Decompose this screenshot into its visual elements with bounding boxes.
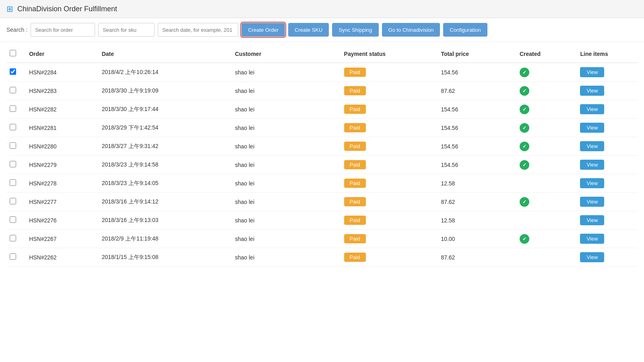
table-row: HSN#22832018/3/30 上午9:19:09shao leiPaid8… (6, 82, 638, 100)
row-checkbox[interactable] (10, 253, 16, 260)
total-price: 154.56 (438, 156, 516, 174)
order-number: HSN#2279 (26, 156, 99, 174)
created-status (516, 211, 577, 230)
created-status (516, 248, 577, 267)
line-items-cell: View (577, 174, 638, 193)
col-header-payment: Payment status (341, 45, 438, 63)
orders-table: Order Date Customer Payment status Total… (6, 45, 638, 267)
row-checkbox[interactable] (10, 142, 16, 149)
payment-status: Paid (341, 137, 438, 156)
app-header: ⊞ ChinaDivision Order Fulfillment (0, 0, 644, 18)
order-customer: shao lei (232, 248, 341, 267)
view-button[interactable]: View (580, 197, 604, 207)
view-button[interactable]: View (580, 86, 604, 96)
search-order-input[interactable] (31, 23, 95, 37)
payment-status: Paid (341, 211, 438, 230)
created-check-icon: ✓ (520, 68, 529, 77)
order-date: 2018/3/16 上午9:13:03 (99, 211, 232, 230)
created-check-icon: ✓ (520, 123, 529, 133)
create-order-button[interactable]: Create Order (242, 23, 285, 37)
search-label: Search : (6, 27, 27, 33)
goto-chinadivision-button[interactable]: Go to Chinadivision (382, 23, 440, 37)
line-items-cell: View (577, 193, 638, 211)
line-items-cell: View (577, 230, 638, 248)
created-status: ✓ (516, 82, 577, 100)
search-sku-input[interactable] (98, 23, 155, 37)
order-customer: shao lei (232, 211, 341, 230)
order-number: HSN#2277 (26, 193, 99, 211)
select-all-checkbox[interactable] (10, 50, 16, 56)
row-checkbox[interactable] (10, 235, 16, 241)
table-row: HSN#22622018/1/15 上午9:15:08shao leiPaid8… (6, 248, 638, 267)
row-checkbox[interactable] (10, 179, 16, 186)
total-price: 87.62 (438, 248, 516, 267)
created-status: ✓ (516, 230, 577, 248)
total-price: 87.62 (438, 82, 516, 100)
row-checkbox[interactable] (10, 105, 16, 112)
created-status: ✓ (516, 100, 577, 119)
line-items-cell: View (577, 137, 638, 156)
created-check-icon: ✓ (520, 86, 529, 96)
table-row: HSN#22762018/3/16 上午9:13:03shao leiPaid1… (6, 211, 638, 230)
sync-shipping-button[interactable]: Sync Shipping (332, 23, 378, 37)
col-header-customer: Customer (232, 45, 341, 63)
created-status: ✓ (516, 119, 577, 137)
order-number: HSN#2278 (26, 174, 99, 193)
order-customer: shao lei (232, 230, 341, 248)
created-status (516, 174, 577, 193)
col-header-date: Date (99, 45, 232, 63)
order-customer: shao lei (232, 137, 341, 156)
row-checkbox[interactable] (10, 124, 16, 130)
view-button[interactable]: View (580, 160, 604, 170)
order-number: HSN#2284 (26, 63, 99, 82)
search-date-input[interactable] (158, 23, 238, 37)
total-price: 154.56 (438, 137, 516, 156)
toolbar: Search : Create Order Create SKU Sync Sh… (0, 18, 644, 42)
view-button[interactable]: View (580, 104, 604, 114)
view-button[interactable]: View (580, 123, 604, 133)
total-price: 154.56 (438, 100, 516, 119)
order-date: 2018/3/30 上午9:17:44 (99, 100, 232, 119)
create-sku-button[interactable]: Create SKU (288, 23, 329, 37)
app-title: ChinaDivision Order Fulfillment (17, 5, 117, 13)
order-number: HSN#2283 (26, 82, 99, 100)
created-check-icon: ✓ (520, 160, 529, 170)
view-button[interactable]: View (580, 141, 604, 151)
view-button[interactable]: View (580, 178, 604, 188)
payment-status: Paid (341, 230, 438, 248)
view-button[interactable]: View (580, 234, 604, 244)
table-row: HSN#22822018/3/30 上午9:17:44shao leiPaid1… (6, 100, 638, 119)
table-row: HSN#22812018/3/29 下午1:42:54shao leiPaid1… (6, 119, 638, 137)
col-header-created: Created (516, 45, 577, 63)
order-number: HSN#2267 (26, 230, 99, 248)
line-items-cell: View (577, 82, 638, 100)
order-date: 2018/4/2 上午10:26:14 (99, 63, 232, 82)
orders-table-container: Order Date Customer Payment status Total… (0, 45, 644, 267)
payment-status: Paid (341, 119, 438, 137)
view-button[interactable]: View (580, 215, 604, 225)
table-row: HSN#22792018/3/23 上午9:14:58shao leiPaid1… (6, 156, 638, 174)
order-number: HSN#2280 (26, 137, 99, 156)
view-button[interactable]: View (580, 252, 604, 262)
order-date: 2018/3/16 上午9:14:12 (99, 193, 232, 211)
row-checkbox[interactable] (10, 87, 16, 93)
payment-status: Paid (341, 174, 438, 193)
row-checkbox[interactable] (10, 68, 16, 75)
total-price: 12.58 (438, 174, 516, 193)
order-date: 2018/3/30 上午9:19:09 (99, 82, 232, 100)
row-checkbox[interactable] (10, 216, 16, 223)
table-row: HSN#22842018/4/2 上午10:26:14shao leiPaid1… (6, 63, 638, 82)
app-logo-icon: ⊞ (6, 4, 13, 14)
view-button[interactable]: View (580, 67, 604, 77)
payment-status: Paid (341, 248, 438, 267)
row-checkbox[interactable] (10, 198, 16, 204)
total-price: 154.56 (438, 63, 516, 82)
line-items-cell: View (577, 63, 638, 82)
order-date: 2018/1/15 上午9:15:08 (99, 248, 232, 267)
created-check-icon: ✓ (520, 142, 529, 151)
created-status: ✓ (516, 193, 577, 211)
payment-status: Paid (341, 100, 438, 119)
line-items-cell: View (577, 211, 638, 230)
row-checkbox[interactable] (10, 161, 16, 167)
configuration-button[interactable]: Configuration (443, 23, 487, 37)
